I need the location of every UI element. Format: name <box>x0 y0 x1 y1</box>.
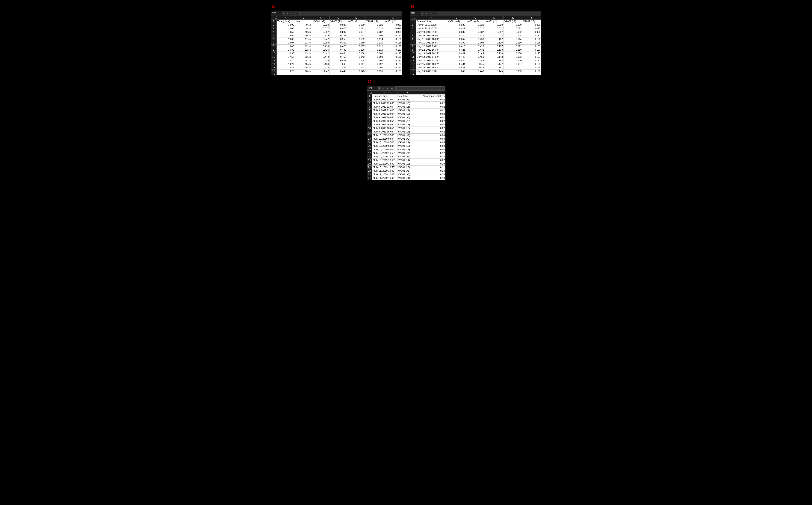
cell[interactable]: 0.448 <box>330 69 347 73</box>
enter-icon[interactable]: ✓ <box>386 87 390 90</box>
select-all-corner[interactable] <box>271 16 277 20</box>
fx-icon[interactable]: ƒx <box>390 87 395 90</box>
row-header[interactable]: 8 <box>367 119 372 123</box>
cell[interactable]: 0.131 <box>384 55 402 59</box>
cell[interactable]: "July 10, 2019 9:50" <box>416 30 447 34</box>
cell[interactable]: VA001 (L1) <box>397 176 418 180</box>
cell[interactable]: VA001 (L1) <box>397 141 418 144</box>
cell[interactable]: 0.426 <box>312 48 330 52</box>
cell[interactable]: 0.145 <box>485 69 504 73</box>
cell[interactable]: 0.442 <box>447 52 466 55</box>
row-header[interactable]: 4 <box>410 30 416 34</box>
row-header[interactable]: 3 <box>367 102 372 105</box>
cell[interactable] <box>295 73 312 75</box>
cell[interactable]: 12-Jul <box>295 48 312 52</box>
cell[interactable] <box>366 73 384 75</box>
row-header[interactable]: 9 <box>410 48 416 52</box>
row-header[interactable]: 11 <box>271 55 277 59</box>
cell[interactable]: VA001 (L2) <box>397 162 418 166</box>
cell[interactable]: 0.448 <box>312 55 330 59</box>
cell[interactable]: 0.097 <box>503 66 523 69</box>
cell[interactable]: 0.027 <box>418 116 445 119</box>
cell[interactable]: 0.129 <box>523 66 541 69</box>
cell[interactable]: 0.057 <box>418 141 445 144</box>
cell[interactable]: 0.147 <box>347 66 365 69</box>
cell[interactable]: VA001 (A1) <box>397 169 418 173</box>
cell[interactable]: 0.147 <box>347 62 365 66</box>
cell[interactable]: VA001 (L3) <box>397 166 418 169</box>
cell[interactable]: 0.137 <box>466 34 485 37</box>
cell[interactable]: 0.428 <box>330 45 347 48</box>
cell[interactable]: 0.143 <box>485 55 504 59</box>
cell[interactable]: "July 9, 2019 12:00" <box>372 102 397 105</box>
cell[interactable]: VA001 (A1) <box>397 98 418 102</box>
cell[interactable]: "July 10, 2019 16:50" <box>372 166 397 169</box>
cell[interactable]: "July 9, 2019 16:05" <box>372 116 397 119</box>
cell[interactable]: 0.097 <box>503 62 523 66</box>
row-header[interactable]: 15 <box>367 144 372 148</box>
cell[interactable]: VA001 (A3) <box>466 20 485 23</box>
row-header[interactable]: 12 <box>410 59 416 62</box>
cell[interactable]: 0.128 <box>523 69 541 73</box>
row-header[interactable]: 9 <box>367 123 372 127</box>
row-header[interactable]: 17 <box>367 151 372 155</box>
cell[interactable]: 17:52 <box>276 55 295 59</box>
formula-input-a[interactable] <box>299 12 401 15</box>
formula-input-b[interactable] <box>438 12 541 15</box>
cell[interactable]: 0.129 <box>384 66 402 69</box>
cell[interactable]: 0.111 <box>523 34 541 37</box>
cell[interactable]: 0.086 <box>523 30 541 34</box>
cancel-icon[interactable]: ✕ <box>424 12 429 15</box>
cell[interactable]: "July 15, 2019 10:27" <box>416 62 447 66</box>
row-header[interactable]: 3 <box>271 27 277 30</box>
row-header[interactable]: 2 <box>271 23 277 27</box>
cell[interactable]: 0.020 <box>330 23 347 27</box>
row-header[interactable]: 6 <box>271 37 277 41</box>
cell[interactable]: 13:10 <box>276 59 295 62</box>
name-box-b[interactable]: M23 <box>410 11 422 16</box>
cell[interactable]: 0.126 <box>523 37 541 41</box>
cell[interactable]: "July 9, 2019 12:00" <box>372 109 397 112</box>
cell[interactable]: 0.138 <box>485 48 504 52</box>
cell[interactable]: "July 10, 2019 9:50" <box>372 144 397 148</box>
cell[interactable]: "July 10, 2019 9:50" <box>372 148 397 151</box>
name-box-a[interactable]: N23 <box>271 11 282 16</box>
cell[interactable]: 16:05 <box>276 27 295 30</box>
row-header[interactable]: 21 <box>367 166 372 169</box>
row-header[interactable]: 24 <box>367 176 372 180</box>
cell[interactable]: VA001 (L3) <box>397 112 418 116</box>
cell[interactable]: 0.444 <box>330 52 347 55</box>
cancel-icon[interactable]: ✕ <box>285 12 289 15</box>
cell[interactable]: 0.111 <box>503 45 523 48</box>
cell[interactable]: 0.302 <box>330 41 347 45</box>
cell[interactable]: VA001 (L2) <box>397 109 418 112</box>
cell[interactable]: 0.138 <box>485 52 504 55</box>
cell[interactable]: 10-Jul <box>295 34 312 37</box>
cell[interactable]: 0.450 <box>466 55 485 59</box>
row-header[interactable]: 12 <box>367 134 372 137</box>
cell[interactable]: 0.137 <box>418 155 445 159</box>
cell[interactable]: 0.022 <box>418 127 445 130</box>
row-header[interactable]: 13 <box>410 62 416 66</box>
row-header[interactable]: 5 <box>410 34 416 37</box>
row-header[interactable]: 6 <box>367 112 372 116</box>
cell[interactable] <box>276 73 295 75</box>
cell[interactable] <box>503 73 523 75</box>
cell[interactable]: 0.258 <box>330 37 347 41</box>
row-header[interactable]: 19 <box>367 159 372 162</box>
cell[interactable]: 0.111 <box>418 166 445 169</box>
cell[interactable]: 0.302 <box>466 41 485 45</box>
row-header[interactable]: 16 <box>367 148 372 151</box>
spreadsheet-a[interactable]: ABCDEFG1Time (clock)dateVA001 (A1)VA001 … <box>271 16 402 75</box>
row-header[interactable]: 15 <box>271 69 277 73</box>
cell[interactable]: 0.137 <box>330 34 347 37</box>
cell[interactable]: "July 9, 2019 16:05" <box>372 123 397 127</box>
cell[interactable]: 0.086 <box>418 148 445 151</box>
cell[interactable]: 0.45 <box>330 62 347 66</box>
cell[interactable]: 0.247 <box>418 169 445 173</box>
cell[interactable]: 0.444 <box>466 52 485 55</box>
cell[interactable]: VA001 (L2) <box>397 144 418 148</box>
cell[interactable]: 0.126 <box>384 37 402 41</box>
cell[interactable]: 0.100 <box>503 59 523 62</box>
cell[interactable]: 0.022 <box>485 27 504 30</box>
